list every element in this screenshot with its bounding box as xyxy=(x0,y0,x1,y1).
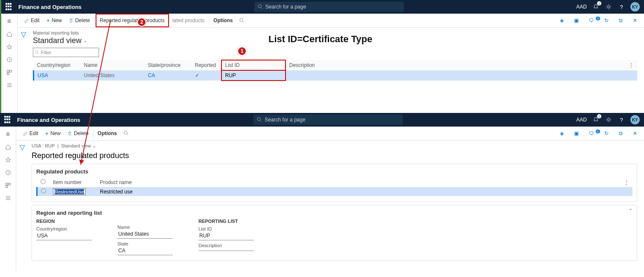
app-title: Finance and Operations xyxy=(17,117,80,123)
col-state[interactable]: State/province xyxy=(145,60,192,70)
listid-label: List ID xyxy=(198,226,254,231)
chevron-down-icon: ⌄ xyxy=(83,38,87,43)
svg-point-2 xyxy=(607,6,609,8)
svg-line-1 xyxy=(261,8,262,9)
nav-expand-icon[interactable]: ≡ xyxy=(5,131,12,138)
find-button[interactable] xyxy=(236,14,248,27)
favorites-icon[interactable] xyxy=(6,43,13,50)
popout-icon[interactable]: ⧉ xyxy=(615,130,626,136)
close-icon[interactable]: ✕ xyxy=(629,17,641,23)
region-group-label: REGION xyxy=(36,219,92,224)
modules-icon[interactable] xyxy=(6,82,13,89)
refresh-icon[interactable]: ↻ xyxy=(601,130,612,136)
col-description[interactable]: Description xyxy=(286,60,626,70)
recent-icon[interactable] xyxy=(5,169,12,176)
nav-expand-icon[interactable]: ≡ xyxy=(6,18,13,25)
options-button[interactable]: Options xyxy=(210,14,236,27)
grid-row[interactable]: RestrictedUse Restricted use xyxy=(37,187,633,196)
state-field[interactable]: CA xyxy=(117,246,173,255)
cell-product: Restricted use xyxy=(96,187,621,196)
avatar[interactable]: KY xyxy=(630,2,640,12)
filter-pane-icon[interactable]: ▽ xyxy=(21,30,26,113)
gear-icon[interactable] xyxy=(605,3,612,11)
breadcrumb: USA : RUP | Standard view ⌄ xyxy=(32,143,637,149)
workspaces-icon[interactable] xyxy=(6,69,13,76)
col-listid[interactable]: List ID xyxy=(221,60,286,70)
office-icon[interactable]: ▣ xyxy=(571,17,582,23)
cell-state[interactable]: CA xyxy=(145,70,192,81)
attach-icon[interactable]: ◈ xyxy=(557,17,567,23)
favorites-icon[interactable] xyxy=(5,156,12,163)
chevron-down-icon: ⌄ xyxy=(92,143,96,148)
modules-icon[interactable] xyxy=(5,195,12,202)
collapse-icon[interactable]: ⌃ xyxy=(629,208,632,214)
recent-icon[interactable] xyxy=(6,56,13,63)
workspaces-icon[interactable] xyxy=(5,182,12,189)
description-field[interactable] xyxy=(198,248,254,251)
avatar[interactable]: KY xyxy=(630,115,640,124)
global-search[interactable]: Search for a page xyxy=(254,115,403,125)
svg-rect-5 xyxy=(9,70,11,72)
col-more[interactable]: ⋮ xyxy=(625,60,637,70)
help-icon[interactable]: ? xyxy=(618,116,625,124)
cell-listid[interactable]: RUP xyxy=(221,70,286,81)
messages-icon[interactable]: 🗨0 xyxy=(586,130,597,136)
svg-line-10 xyxy=(38,53,39,54)
options-button[interactable]: Options xyxy=(94,127,120,140)
col-reported[interactable]: Reported xyxy=(192,60,221,70)
gear-icon[interactable] xyxy=(605,116,612,124)
svg-point-7 xyxy=(240,18,243,22)
svg-line-8 xyxy=(243,21,244,23)
cell-country[interactable]: USA xyxy=(34,70,81,81)
country-field[interactable]: USA xyxy=(36,231,92,240)
svg-rect-4 xyxy=(7,70,9,72)
view-selector[interactable]: Standard view ⌄ xyxy=(61,143,96,148)
search-icon xyxy=(258,4,263,9)
app-launcher-icon[interactable] xyxy=(6,3,13,11)
app-launcher-icon[interactable] xyxy=(4,116,12,124)
name-label: Name xyxy=(117,225,173,230)
new-button[interactable]: +New xyxy=(43,14,65,27)
material-reporting-grid: Country/region Name State/province Repor… xyxy=(33,60,637,81)
attach-icon[interactable]: ◈ xyxy=(557,130,567,136)
edit-button[interactable]: Edit xyxy=(21,14,43,27)
notifications-icon[interactable]: 3 xyxy=(592,3,600,11)
new-button[interactable]: +New xyxy=(42,127,64,140)
row-select-radio[interactable] xyxy=(41,188,46,193)
home-icon[interactable] xyxy=(6,31,13,38)
refresh-icon[interactable]: ↻ xyxy=(601,17,612,23)
item-number-input[interactable]: RestrictedUse xyxy=(53,188,86,195)
col-country[interactable]: Country/region xyxy=(34,60,81,70)
popout-icon[interactable]: ⧉ xyxy=(615,17,626,23)
listid-field[interactable]: RUP xyxy=(198,231,254,240)
col-product[interactable]: Product name xyxy=(96,177,621,187)
delete-button[interactable]: Delete xyxy=(64,127,92,140)
edit-button[interactable]: Edit xyxy=(20,127,42,140)
home-icon[interactable] xyxy=(5,144,12,150)
col-more[interactable]: ⋮ xyxy=(621,177,632,187)
col-item[interactable]: Item number xyxy=(50,177,96,187)
section-header: Region and reporting list xyxy=(36,208,632,219)
section-header: Regulated products xyxy=(36,167,632,177)
reported-regulated-products-button[interactable]: Reported regulated products xyxy=(96,14,169,27)
grid-row[interactable]: USA United States CA ✓ RUP xyxy=(34,70,638,81)
global-search[interactable]: Search for a page xyxy=(254,2,404,12)
office-icon[interactable]: ▣ xyxy=(571,130,582,136)
messages-icon[interactable]: 🗨0 xyxy=(586,17,597,23)
find-button[interactable] xyxy=(120,127,132,140)
name-field[interactable]: United States xyxy=(117,230,173,239)
col-name[interactable]: Name xyxy=(81,60,145,70)
svg-rect-16 xyxy=(6,183,7,185)
svg-rect-18 xyxy=(6,186,7,188)
close-icon[interactable]: ✕ xyxy=(629,130,641,136)
select-all-radio[interactable] xyxy=(41,179,46,184)
grid-filter-input[interactable]: Filter xyxy=(33,48,99,57)
help-icon[interactable]: ? xyxy=(618,3,625,11)
left-nav-rail: ≡ xyxy=(0,127,16,271)
obscured-command[interactable]: lated products xyxy=(169,14,208,27)
notifications-icon[interactable]: 3 xyxy=(592,116,600,124)
delete-button[interactable]: Delete xyxy=(65,14,93,27)
filter-pane-icon[interactable]: ▽ xyxy=(20,143,25,271)
command-bar-2: Edit +New Delete Options ◈ ▣ 🗨0 ↻ ⧉ ✕ xyxy=(16,127,644,141)
svg-point-9 xyxy=(35,51,38,53)
